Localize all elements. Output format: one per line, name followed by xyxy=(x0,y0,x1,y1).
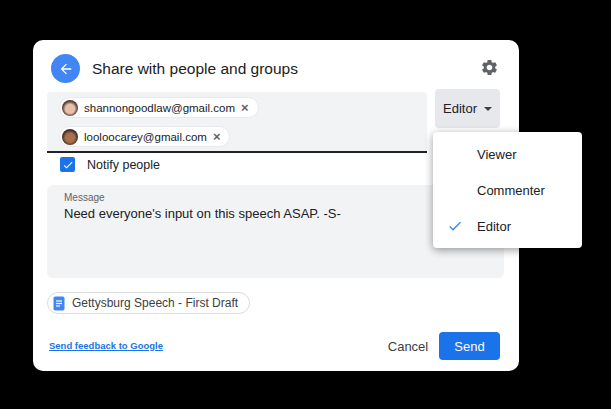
recipients-input[interactable]: shannongoodlaw@gmail.com × looloocarey@g… xyxy=(47,92,427,151)
back-button[interactable] xyxy=(51,54,80,83)
caret-down-icon xyxy=(484,107,492,111)
send-feedback-link[interactable]: Send feedback to Google xyxy=(49,340,163,351)
recipient-email: shannongoodlaw@gmail.com xyxy=(84,102,235,114)
role-dropdown-button[interactable]: Editor xyxy=(435,89,500,128)
menu-item-editor[interactable]: Editor xyxy=(433,208,582,244)
avatar xyxy=(62,100,78,116)
menu-item-commenter[interactable]: Commenter xyxy=(433,172,582,208)
notify-people-label[interactable]: Notify people xyxy=(87,158,160,172)
recipient-chip: shannongoodlaw@gmail.com × xyxy=(59,97,259,118)
menu-item-label: Editor xyxy=(477,219,511,234)
remove-recipient-button[interactable]: × xyxy=(241,101,249,114)
notify-people-checkbox[interactable] xyxy=(60,157,75,172)
page-title: Share with people and groups xyxy=(92,59,298,79)
cancel-button[interactable]: Cancel xyxy=(378,332,438,360)
back-arrow-icon xyxy=(58,61,74,77)
role-dropdown-menu: Viewer Commenter Editor xyxy=(433,132,582,248)
gear-icon xyxy=(480,58,499,77)
send-button[interactable]: Send xyxy=(439,332,500,360)
menu-item-label: Viewer xyxy=(477,147,517,162)
avatar xyxy=(62,129,78,145)
input-focus-underline xyxy=(47,151,427,153)
recipient-chip: looloocarey@gmail.com × xyxy=(59,126,230,147)
close-icon: × xyxy=(241,100,249,115)
close-icon: × xyxy=(213,129,221,144)
menu-item-viewer[interactable]: Viewer xyxy=(433,136,582,172)
notify-people-row: Notify people xyxy=(60,157,160,172)
document-chip-label: Gettysburg Speech - First Draft xyxy=(72,296,238,310)
screen-background: Share with people and groups shannongood… xyxy=(0,0,611,409)
menu-item-label: Commenter xyxy=(477,183,545,198)
remove-recipient-button[interactable]: × xyxy=(213,130,221,143)
check-icon xyxy=(433,218,477,234)
document-chip: Gettysburg Speech - First Draft xyxy=(47,292,250,314)
doc-icon xyxy=(53,296,65,311)
role-dropdown-label: Editor xyxy=(443,101,477,116)
recipient-email: looloocarey@gmail.com xyxy=(84,131,207,143)
checkbox-check-icon xyxy=(62,159,74,171)
share-settings-button[interactable] xyxy=(478,56,500,78)
